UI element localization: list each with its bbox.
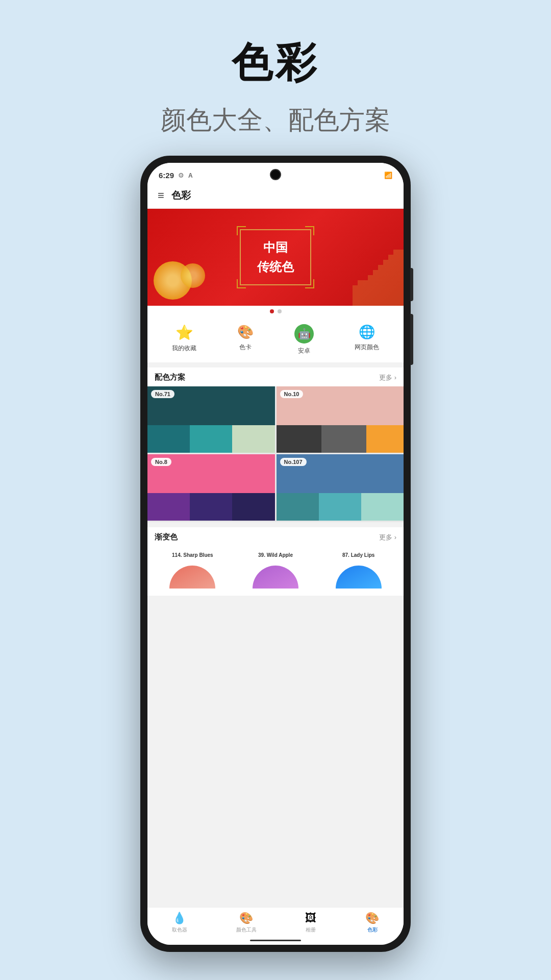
gradient-item-1[interactable]: 114. Sharp Blues [153,548,233,589]
bottom-nav-eyedropper[interactable]: 💧 取色器 [172,912,187,934]
palette-card-1[interactable]: No.71 [147,386,275,453]
phone-frame: 6:29 ⚙ A 📶 ≡ 色彩 [140,156,411,952]
eyedropper-icon: 💧 [172,912,186,925]
app-content[interactable]: 中国 传统色 ⭐ 我的收藏 🎨 [147,209,404,907]
bottom-nav-album[interactable]: 🖼 相册 [305,912,316,934]
gradient-circle-3 [336,566,382,589]
palette-card-2[interactable]: No.10 [277,386,404,453]
web-icon: 🌐 [359,324,375,340]
tools-icon: 🎨 [239,912,253,925]
color-label: 色彩 [367,926,378,934]
badge-71: No.71 [151,390,174,398]
cards-icon: 🎨 [237,324,254,340]
bottom-nav: 💧 取色器 🎨 颜色工具 🖼 相册 🎨 色彩 [147,907,404,936]
favorites-label: 我的收藏 [172,344,196,353]
page-header: 色彩 颜色大全、配色方案 [161,0,390,137]
dot-2 [278,309,282,313]
nav-item-favorites[interactable]: ⭐ 我的收藏 [172,324,196,355]
notification-icon: A [188,172,193,179]
gradient-label-2: 39. Wild Apple [258,548,293,562]
favorites-icon: ⭐ [176,324,193,341]
badge-107: No.107 [280,458,307,466]
android-label: 安卓 [298,347,310,355]
bottom-nav-tools[interactable]: 🎨 颜色工具 [236,912,257,934]
gradient-label-1: 114. Sharp Blues [172,548,213,562]
palette-section-header: 配色方案 更多 › [147,368,404,386]
camera-dot [270,169,281,180]
quick-nav: ⭐ 我的收藏 🎨 色卡 🤖 安卓 🌐 网页颜色 [147,316,404,362]
banner-dots [147,306,404,316]
gradient-more-btn[interactable]: 更多 › [379,533,396,542]
phone-screen: 6:29 ⚙ A 📶 ≡ 色彩 [147,163,404,945]
android-icon: 🤖 [294,324,314,344]
color-active-icon: 🎨 [365,912,379,925]
nav-item-android[interactable]: 🤖 安卓 [294,324,314,355]
status-left: 6:29 ⚙ A [159,171,193,180]
banner-deco3 [322,244,404,306]
palette-grid: No.71 No [147,386,404,522]
tools-label: 颜色工具 [236,926,257,934]
gradient-circle-2 [253,566,298,589]
app-bar: ≡ 色彩 [147,184,404,209]
gradient-section-title: 渐变色 [155,532,178,542]
banner[interactable]: 中国 传统色 [147,209,404,306]
volume-up-button [410,314,413,365]
settings-status-icon: ⚙ [178,172,184,179]
gradient-label-3: 87. Lady Lips [342,548,374,562]
page-title: 色彩 [161,36,390,91]
badge-8: No.8 [151,458,171,466]
gradient-list: 114. Sharp Blues 39. Wild Apple 87. Lady… [147,545,404,596]
banner-line2: 传统色 [257,259,294,275]
album-icon: 🖼 [305,912,316,925]
album-label: 相册 [306,926,316,934]
home-indicator [147,936,404,945]
home-bar [250,940,301,941]
status-right: 📶 [384,172,392,179]
gradient-section: 渐变色 更多 › 114. Sharp Blues 39. Wild Apple [147,527,404,596]
palette-section-title: 配色方案 [155,373,185,382]
gradient-item-2[interactable]: 39. Wild Apple [236,548,316,589]
eyedropper-label: 取色器 [172,926,187,934]
gradient-section-header: 渐变色 更多 › [147,527,404,545]
gradient-circle-1 [169,566,215,589]
page-subtitle: 颜色大全、配色方案 [161,103,390,137]
gradient-item-3[interactable]: 87. Lady Lips [318,548,398,589]
cards-label: 色卡 [239,343,252,352]
bottom-nav-color[interactable]: 🎨 色彩 [365,912,379,934]
signal-icon: 📶 [384,172,392,179]
power-button [410,268,413,301]
banner-text-box: 中国 传统色 [240,229,311,285]
page-background: 色彩 颜色大全、配色方案 6:29 ⚙ A 📶 ≡ [0,0,551,980]
palette-card-4[interactable]: No.107 [277,454,404,521]
banner-deco2 [181,263,205,288]
web-label: 网页颜色 [355,343,379,352]
status-time: 6:29 [159,171,174,180]
badge-10: No.10 [280,390,304,398]
palette-card-3[interactable]: No.8 [147,454,275,521]
hamburger-icon[interactable]: ≡ [158,189,164,202]
palette-section: 配色方案 更多 › No.71 [147,368,404,522]
dot-1 [270,309,274,313]
banner-line1: 中国 [257,239,294,256]
palette-more-btn[interactable]: 更多 › [379,373,396,382]
nav-item-web[interactable]: 🌐 网页颜色 [355,324,379,355]
app-bar-title: 色彩 [171,189,191,202]
nav-item-cards[interactable]: 🎨 色卡 [237,324,254,355]
